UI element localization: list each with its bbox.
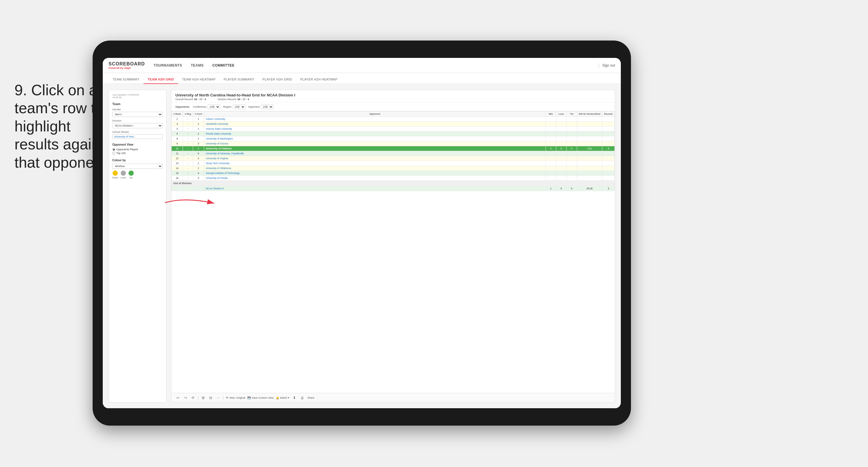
cell-opponent: University of Florida bbox=[204, 176, 546, 181]
cell-win bbox=[546, 126, 556, 132]
cell-reg: - bbox=[183, 126, 193, 132]
school-select[interactable]: University of Nort... bbox=[112, 134, 163, 139]
table-row[interactable]: 16 - 3 University of Florida bbox=[172, 176, 615, 181]
cell-tie bbox=[566, 136, 577, 141]
region-select[interactable]: (All) bbox=[233, 105, 245, 109]
save-icon: 💾 bbox=[247, 396, 251, 399]
save-custom-view-button[interactable]: 💾 Save Custom View bbox=[247, 396, 274, 399]
cell-win: 3 bbox=[546, 146, 556, 151]
overall-record-label: Overall Record: 89 - 17 - 0 bbox=[176, 98, 206, 101]
redo-button[interactable]: ↪ bbox=[183, 395, 188, 401]
cell-reg: - bbox=[183, 166, 193, 171]
table-row[interactable]: 3 - 2 Vanderbilt University bbox=[172, 122, 615, 126]
tab-team-h2h-grid[interactable]: TEAM H2H GRID bbox=[144, 75, 178, 84]
filter-row: Opponents: Conference (All) Region (All) bbox=[172, 103, 615, 111]
share-button[interactable]: Share bbox=[307, 396, 314, 399]
tab-team-h2h-heatmap[interactable]: TEAM H2H HEATMAP bbox=[178, 75, 220, 84]
cell-rounds bbox=[602, 166, 615, 171]
cell-rank: 2 bbox=[172, 117, 183, 122]
colour-by-select[interactable]: Win/loss bbox=[112, 164, 163, 169]
print-button[interactable]: 🖨 bbox=[299, 395, 305, 401]
out-of-division-row[interactable]: NCAA Division II 1 0 0 26.00 3 bbox=[172, 186, 615, 191]
cell-diff bbox=[577, 176, 602, 181]
undo-button[interactable]: ↩ bbox=[176, 395, 181, 401]
cell-tie bbox=[566, 171, 577, 176]
division-record-label: Division Record: 88 - 17 - 0 bbox=[218, 98, 249, 101]
tab-player-h2h-heatmap[interactable]: PLAYER H2H HEATMAP bbox=[296, 75, 341, 84]
conference-select[interactable]: (All) bbox=[208, 105, 220, 109]
table-row[interactable]: 10 - 5 University of Alabama 3 0 0 2.61 … bbox=[172, 146, 615, 151]
cell-loss bbox=[556, 141, 566, 146]
cell-tie bbox=[566, 156, 577, 161]
table-row[interactable]: 4 - 1 Arizona State University bbox=[172, 126, 615, 132]
gender-select[interactable]: Men's bbox=[112, 112, 163, 117]
cell-loss bbox=[556, 166, 566, 171]
col-conf: # Conf bbox=[193, 112, 204, 117]
nav-committee[interactable]: COMMITTEE bbox=[212, 63, 235, 67]
bell-icon: 🔔 bbox=[276, 396, 279, 399]
gender-label: Gender bbox=[112, 108, 163, 111]
cell-rounds bbox=[602, 117, 615, 122]
cell-rank: 4 bbox=[172, 126, 183, 132]
cell-opponent: Georgia Institute of Technology bbox=[204, 171, 546, 176]
tab-player-summary[interactable]: PLAYER SUMMARY bbox=[220, 75, 258, 84]
table-row[interactable]: 15 - 4 Georgia Institute of Technology bbox=[172, 171, 615, 176]
cell-rounds bbox=[602, 141, 615, 146]
table-row[interactable]: 9 - 3 University of Arizona bbox=[172, 141, 615, 146]
table-row[interactable]: 13 - 1 Texas Tech University bbox=[172, 161, 615, 166]
col-rounds: Rounds bbox=[602, 112, 615, 117]
radio-top100[interactable]: Top 100 bbox=[112, 152, 163, 155]
cell-out-conf bbox=[193, 186, 204, 191]
cell-win bbox=[546, 161, 556, 166]
cell-reg: - bbox=[183, 117, 193, 122]
table-row[interactable]: 6 - 2 Florida State University bbox=[172, 132, 615, 136]
radio-opponents-played[interactable]: Opponents Played bbox=[112, 148, 163, 151]
zoom-in-button[interactable]: ⊞ bbox=[200, 395, 206, 401]
sub-nav: TEAM SUMMARY TEAM H2H GRID TEAM H2H HEAT… bbox=[103, 73, 621, 84]
col-rank: # Rank bbox=[172, 112, 183, 117]
table-row[interactable]: 12 - 3 University of Virginia bbox=[172, 156, 615, 161]
sign-out-button[interactable]: Sign out bbox=[602, 63, 615, 67]
nav-tournaments[interactable]: TOURNAMENTS bbox=[154, 63, 182, 67]
col-win: Win bbox=[546, 112, 556, 117]
out-of-division-label: Out of division bbox=[172, 181, 615, 186]
cell-loss: 0 bbox=[556, 146, 566, 151]
cell-rounds bbox=[602, 132, 615, 136]
grid-table: # Rank # Reg # Conf Opponent Win Loss Ti… bbox=[172, 111, 615, 191]
opponent-filter-group: Opponent (All) bbox=[248, 105, 274, 109]
opponent-select[interactable]: (All) bbox=[261, 105, 274, 109]
zoom-out-button[interactable]: ⊟ bbox=[208, 395, 213, 401]
table-row[interactable]: 14 - 2 University of Oklahoma bbox=[172, 166, 615, 171]
export-button[interactable]: ⬇ bbox=[292, 395, 297, 401]
watch-button[interactable]: 🔔 Watch ▾ bbox=[276, 396, 289, 399]
cell-rank: 8 bbox=[172, 136, 183, 141]
cell-diff bbox=[577, 156, 602, 161]
settings-button[interactable]: ∙∙∙ bbox=[216, 395, 221, 401]
legend-up: Up bbox=[128, 171, 134, 179]
cell-reg: - bbox=[183, 171, 193, 176]
tab-player-h2h-grid[interactable]: PLAYER H2H GRID bbox=[258, 75, 297, 84]
cell-diff bbox=[577, 151, 602, 156]
nav-teams[interactable]: TEAMS bbox=[191, 63, 204, 67]
cell-conf: 3 bbox=[193, 141, 204, 146]
cell-conf: 4 bbox=[193, 171, 204, 176]
table-row[interactable]: 11 - 6 University of Arkansas, Fayettevi… bbox=[172, 151, 615, 156]
cell-reg: - bbox=[183, 156, 193, 161]
cell-conf: 1 bbox=[193, 161, 204, 166]
cell-conf: 3 bbox=[193, 156, 204, 161]
view-original-button[interactable]: 👁 View: Original bbox=[226, 396, 245, 399]
grid-title: University of North Carolina Head-to-Hea… bbox=[176, 93, 611, 97]
tab-team-summary[interactable]: TEAM SUMMARY bbox=[108, 75, 144, 84]
region-label: Region bbox=[223, 106, 231, 108]
cell-opponent: Auburn University bbox=[204, 117, 546, 122]
refresh-button[interactable]: ⟳ bbox=[190, 395, 196, 401]
cell-out-diff: 26.00 bbox=[577, 186, 602, 191]
opponent-view-title: Opponent View bbox=[112, 143, 163, 146]
cell-tie bbox=[566, 161, 577, 166]
conference-filter-group: Conference (All) bbox=[193, 105, 221, 109]
cell-conf: 1 bbox=[193, 126, 204, 132]
table-row[interactable]: 8 - 2 University of Washington bbox=[172, 136, 615, 141]
table-row[interactable]: 2 - 1 Auburn University bbox=[172, 117, 615, 122]
division-select[interactable]: NCAA Division I bbox=[112, 123, 163, 128]
cell-conf: 2 bbox=[193, 122, 204, 126]
